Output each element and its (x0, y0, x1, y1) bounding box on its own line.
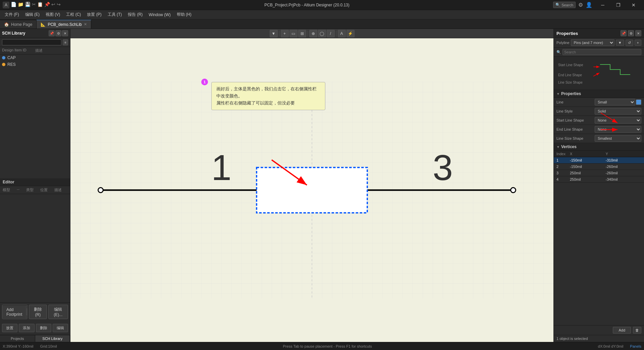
panel-settings-btn[interactable]: ⚙ (55, 30, 61, 36)
vertices-header: Index X Y (554, 151, 644, 157)
prop-select-linestyle[interactable]: Solid (595, 108, 641, 115)
vertices-section-header[interactable]: ▼ Vertices (554, 143, 644, 151)
menu-place[interactable]: 放置 (P) (84, 11, 104, 18)
vtx-y-2: -260mil (606, 165, 642, 169)
status-delta: dX:0mil dY:0mil (598, 344, 624, 348)
filter-reset-btn[interactable]: ↺ (626, 40, 633, 46)
titlebar-search[interactable]: 🔍 Search (553, 2, 576, 8)
menu-report[interactable]: 报告 (R) (125, 11, 145, 18)
prop-search-input[interactable] (562, 49, 641, 55)
icon-save[interactable]: 💾 (25, 2, 31, 8)
status-panels[interactable]: Panels (630, 344, 641, 348)
add-button[interactable]: 添加 (19, 324, 34, 332)
toolbar-power-btn[interactable]: ⚡ (346, 30, 355, 37)
vertices-section: Index X Y 1 -150mil -310mil 2 -150mil -2… (554, 151, 644, 335)
panel-tab-projects[interactable]: Projects (0, 335, 35, 342)
panel-tabs: Projects SCH Library (0, 335, 70, 342)
library-search-input[interactable] (2, 39, 61, 45)
prop-close-btn[interactable]: ✕ (635, 30, 641, 36)
menu-view[interactable]: 视图 (V) (43, 11, 63, 18)
tab-schlib-close[interactable]: ✕ (84, 22, 87, 27)
menu-tools[interactable]: 工具 (T) (105, 11, 125, 18)
status-coords: X:390mil Y:-160mil (3, 344, 34, 348)
filter-button[interactable]: ▼ (616, 40, 624, 46)
account-icon[interactable]: 👤 (586, 2, 592, 8)
add-footprint-button[interactable]: Add Footprint (2, 306, 26, 318)
toolbar-line-btn[interactable]: / (327, 30, 335, 37)
icon-new[interactable]: 📄 (11, 2, 16, 8)
prop-row-endshape: End Line Shape None (554, 125, 644, 134)
menu-file[interactable]: 文件 (F) (2, 11, 22, 18)
vtx-col-x: X (570, 152, 606, 156)
edit-footprint-button[interactable]: 编辑 (E)... (48, 305, 68, 319)
filter-type-select[interactable]: Pins (and 7 more) (571, 39, 614, 46)
toolbar-eraser-btn[interactable]: ◯ (318, 30, 326, 37)
filter-add-btn[interactable]: + (635, 40, 641, 46)
menu-edit[interactable]: 编辑 (E) (22, 11, 42, 18)
vertices-add-button[interactable]: Add (613, 327, 631, 334)
menu-help[interactable]: 帮助 (H) (174, 11, 194, 18)
vtx-row-3[interactable]: 3 250mil -260mil (554, 170, 644, 176)
lib-item-res[interactable]: RES (0, 61, 70, 68)
edit-button[interactable]: 编辑 (53, 324, 68, 332)
library-search-button[interactable]: ≡ (63, 39, 68, 45)
vtx-row-1[interactable]: 1 -150mil -310mil (554, 157, 644, 164)
add-footprint-dropdown[interactable]: ▼ (26, 308, 28, 315)
prop-select-endshape[interactable]: None (595, 126, 641, 133)
svg-text:Line Size Shape: Line Size Shape (558, 81, 583, 84)
prop-label-endshape: End Line Shape (556, 127, 593, 131)
minimize-button[interactable]: ─ (595, 0, 610, 10)
toolbar-junction-btn[interactable]: ⊕ (309, 30, 317, 37)
icon-open[interactable]: 📁 (18, 2, 23, 8)
tab-homepage[interactable]: 🏠 Home Page (0, 20, 37, 29)
prop-select-sizeshape[interactable]: Smallest (595, 135, 641, 142)
panel-tab-schlib[interactable]: SCH Library (35, 335, 70, 342)
prop-row-sizeshape: Line Size Shape Smallest (554, 134, 644, 143)
tooltip-box: 画好后，主体是黑色的，我们点击它，在右侧属性栏中改变颜色。 属性栏在右侧隐藏了可… (211, 82, 325, 110)
prop-settings-btn[interactable]: ⚙ (628, 30, 634, 36)
panel-close-btn[interactable]: ✕ (62, 30, 68, 36)
icon-undo[interactable]: ↩ (51, 2, 55, 8)
prop-select-startshape[interactable]: None (595, 117, 641, 124)
toolbar-wire-btn[interactable]: ⊞ (298, 30, 306, 37)
tab-schlib[interactable]: 📐 PCB_demo.SchLib ✕ (37, 20, 91, 29)
toolbar-add-btn[interactable]: + (281, 30, 289, 37)
icon-redo[interactable]: ↪ (57, 2, 61, 8)
svg-text:3: 3 (433, 147, 453, 188)
editor-columns: 模型 ─ 类型 位置 描述 (0, 186, 70, 194)
toolbar-filter-btn[interactable]: ▼ (270, 30, 278, 37)
editor-col-pos: 位置 (40, 187, 48, 192)
icon-copy[interactable]: 📋 (37, 2, 43, 8)
prop-select-line[interactable]: Small (595, 99, 635, 105)
lib-item-cap-label: CAP (7, 55, 16, 60)
line-color-box[interactable] (636, 99, 641, 105)
delete-button[interactable]: 删除 (36, 324, 51, 332)
panel-pin-btn[interactable]: 📌 (49, 30, 55, 36)
properties-section-header[interactable]: ▼ Properties (554, 90, 644, 98)
settings-icon[interactable]: ⚙ (578, 2, 583, 8)
delete-footprint-button[interactable]: 删除 (R) (29, 305, 47, 319)
lib-item-cap[interactable]: CAP (0, 54, 70, 61)
tooltip-line2: 属性栏在右侧隐藏了可以固定，但没必要 (216, 100, 295, 105)
icon-cut[interactable]: ✂ (32, 2, 36, 8)
restore-button[interactable]: ❐ (610, 0, 626, 10)
place-button[interactable]: 放置 (2, 324, 17, 332)
window-controls[interactable]: ─ ❐ ✕ (595, 0, 641, 10)
vertices-delete-button[interactable]: 🗑 (633, 327, 641, 334)
toolbar-rect-btn[interactable]: ▭ (289, 30, 298, 37)
toolbar-text-btn[interactable]: A (338, 30, 346, 37)
properties-title: Properties (556, 31, 578, 36)
vtx-row-2[interactable]: 2 -150mil -260mil (554, 164, 644, 170)
prop-pin-btn[interactable]: 📌 (621, 30, 627, 36)
schematic-canvas[interactable]: 1 3 画好后，主体是黑色的，我们点击它，在右侧属性栏中改变颜色。 属性栏在右侧… (70, 38, 553, 342)
left-panel-btns: 📌 ⚙ ✕ (49, 30, 68, 36)
prop-row-linestyle: Line Style Solid (554, 107, 644, 116)
menu-window[interactable]: Window (W) (146, 11, 173, 18)
menu-project[interactable]: 工程 (C) (63, 11, 84, 18)
close-button[interactable]: ✕ (626, 0, 641, 10)
vtx-row-4[interactable]: 4 250mil -340mil (554, 176, 644, 183)
icon-paste[interactable]: 📌 (44, 2, 50, 8)
editor-title: Editor (3, 180, 14, 184)
editor-header: Editor (0, 178, 70, 186)
col-header-id: Design Item ID (2, 48, 35, 53)
